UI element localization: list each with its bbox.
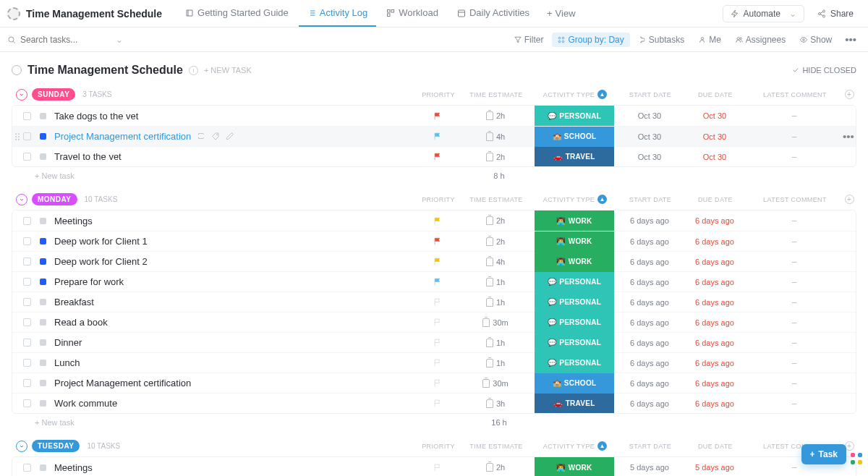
task-row[interactable]: Meetings 2h 👨‍💻WORK 6 days ago 6 days ag… xyxy=(12,211,856,231)
due-date-cell[interactable]: 6 days ago xyxy=(682,298,747,307)
activity-cell[interactable]: 👨‍💻WORK xyxy=(535,211,614,231)
hide-closed-button[interactable]: HIDE CLOSED xyxy=(792,66,856,75)
col-priority[interactable]: PRIORITY xyxy=(417,91,460,98)
assignees-button[interactable]: Assignees xyxy=(730,33,791,47)
estimate-cell[interactable]: 2h xyxy=(459,463,532,472)
share-button[interactable]: Share xyxy=(810,6,861,22)
col-start[interactable]: START DATE xyxy=(618,91,683,98)
task-row[interactable]: Project Management certification 30m 🏫SC… xyxy=(12,373,856,393)
due-date-cell[interactable]: 6 days ago xyxy=(682,359,747,367)
priority-cell[interactable] xyxy=(416,338,459,347)
activity-cell[interactable]: 🏫SCHOOL xyxy=(535,127,614,147)
col-start[interactable]: START DATE xyxy=(618,196,683,203)
activity-badge[interactable]: 👨‍💻WORK xyxy=(535,457,614,476)
start-date-cell[interactable]: Oct 30 xyxy=(617,132,682,141)
task-row[interactable]: Lunch 1h 💬PERSONAL 6 days ago 6 days ago… xyxy=(12,352,856,373)
col-add[interactable]: + xyxy=(842,90,856,99)
estimate-cell[interactable]: 1h xyxy=(459,359,532,367)
activity-badge[interactable]: 🏫SCHOOL xyxy=(535,127,614,147)
drag-handle-icon[interactable] xyxy=(14,133,20,140)
task-name[interactable]: Dinner xyxy=(50,337,416,348)
add-column-icon[interactable]: + xyxy=(845,90,854,99)
activity-badge[interactable]: 🏫SCHOOL xyxy=(535,373,614,394)
status-square[interactable] xyxy=(40,360,46,366)
start-date-cell[interactable]: 6 days ago xyxy=(617,399,682,408)
more-icon[interactable]: ••• xyxy=(843,130,854,143)
status-square[interactable] xyxy=(40,380,46,386)
task-name[interactable]: Work commute xyxy=(50,398,416,409)
group-collapse-icon[interactable] xyxy=(16,89,27,101)
col-activity[interactable]: ACTIVITY TYPE▲ xyxy=(535,441,615,451)
comment-cell[interactable]: – xyxy=(747,216,841,226)
due-date-cell[interactable]: 6 days ago xyxy=(682,399,747,408)
task-name[interactable]: Breakfast xyxy=(50,297,416,307)
task-row[interactable]: Prepare for work 1h 💬PERSONAL 6 days ago… xyxy=(12,271,856,292)
activity-badge[interactable]: 👨‍💻WORK xyxy=(535,252,614,272)
task-row[interactable]: Deep work for Client 1 2h 👨‍💻WORK 6 days… xyxy=(12,231,856,251)
row-checkbox[interactable] xyxy=(23,339,31,347)
view-tab-getting-started-guide[interactable]: Getting Started Guide xyxy=(176,0,297,27)
activity-cell[interactable]: 💬PERSONAL xyxy=(535,106,614,126)
status-square[interactable] xyxy=(40,464,46,471)
priority-cell[interactable] xyxy=(416,399,459,408)
row-checkbox[interactable] xyxy=(23,132,31,140)
app-grid-icon[interactable] xyxy=(851,453,862,464)
status-square[interactable] xyxy=(40,238,46,245)
filter-button[interactable]: Filter xyxy=(509,33,550,47)
tag-icon[interactable] xyxy=(211,132,220,142)
status-square[interactable] xyxy=(40,279,46,285)
due-date-cell[interactable]: Oct 30 xyxy=(682,111,747,120)
col-estimate[interactable]: TIME ESTIMATE xyxy=(460,91,532,98)
due-date-cell[interactable]: 6 days ago xyxy=(682,216,747,225)
estimate-cell[interactable]: 1h xyxy=(459,339,532,347)
search-wrap[interactable]: ⌄ xyxy=(7,35,123,45)
activity-cell[interactable]: 💬PERSONAL xyxy=(535,292,614,313)
task-name[interactable]: Project Management certification xyxy=(50,131,416,142)
group-collapse-icon[interactable] xyxy=(16,441,27,452)
me-button[interactable]: Me xyxy=(693,33,727,47)
start-date-cell[interactable]: Oct 30 xyxy=(617,153,682,161)
activity-cell[interactable]: 👨‍💻WORK xyxy=(535,231,614,252)
priority-cell[interactable] xyxy=(416,318,459,327)
comment-cell[interactable]: – xyxy=(747,152,841,162)
estimate-cell[interactable]: 1h xyxy=(459,298,532,307)
start-date-cell[interactable]: 6 days ago xyxy=(617,339,682,347)
start-date-cell[interactable]: 6 days ago xyxy=(617,237,682,246)
day-badge[interactable]: MONDAY xyxy=(32,193,77,205)
activity-badge[interactable]: 🚗TRAVEL xyxy=(535,147,614,167)
comment-cell[interactable]: – xyxy=(747,378,841,388)
task-name[interactable]: Read a book xyxy=(50,317,416,328)
task-name[interactable]: Deep work for Client 1 xyxy=(50,236,416,247)
comment-cell[interactable]: – xyxy=(747,297,841,307)
comment-cell[interactable]: – xyxy=(747,277,841,287)
estimate-cell[interactable]: 4h xyxy=(459,132,532,141)
task-name[interactable]: Travel to the vet xyxy=(50,151,416,162)
row-checkbox[interactable] xyxy=(23,464,31,472)
due-date-cell[interactable]: 6 days ago xyxy=(682,339,747,347)
group-by-button[interactable]: Group by: Day xyxy=(552,33,629,47)
show-button[interactable]: Show xyxy=(794,33,838,47)
activity-cell[interactable]: 👨‍💻WORK xyxy=(535,252,614,272)
activity-badge[interactable]: 👨‍💻WORK xyxy=(535,211,614,231)
due-date-cell[interactable]: Oct 30 xyxy=(682,132,747,141)
add-column-icon[interactable]: + xyxy=(845,195,854,204)
status-square[interactable] xyxy=(40,113,46,119)
status-square[interactable] xyxy=(40,339,46,346)
comment-cell[interactable]: – xyxy=(747,358,841,368)
task-row[interactable]: Deep work for Client 2 4h 👨‍💻WORK 6 days… xyxy=(12,251,856,271)
row-more-cell[interactable]: ••• xyxy=(841,130,856,143)
task-row[interactable]: Dinner 1h 💬PERSONAL 6 days ago 6 days ag… xyxy=(12,332,856,352)
day-badge[interactable]: SUNDAY xyxy=(32,88,75,101)
col-comment[interactable]: LATEST COMMENT xyxy=(748,91,842,98)
task-name[interactable]: Prepare for work xyxy=(50,276,416,287)
priority-cell[interactable] xyxy=(416,378,459,388)
task-name[interactable]: Project Management certification xyxy=(50,378,416,388)
comment-cell[interactable]: – xyxy=(747,318,841,328)
comment-cell[interactable]: – xyxy=(747,257,841,267)
due-date-cell[interactable]: 6 days ago xyxy=(682,379,747,388)
activity-cell[interactable]: 🚗TRAVEL xyxy=(535,147,614,167)
activity-badge[interactable]: 👨‍💻WORK xyxy=(535,231,614,252)
activity-badge[interactable]: 💬PERSONAL xyxy=(535,353,614,373)
task-name[interactable]: Take dogs to the vet xyxy=(50,111,416,122)
row-checkbox[interactable] xyxy=(23,153,31,161)
